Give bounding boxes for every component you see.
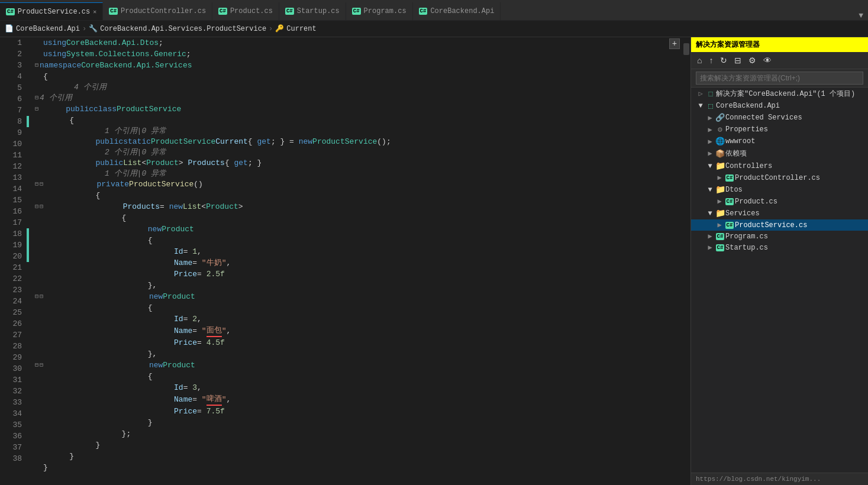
sidebar-item-startup-cs[interactable]: ▶ C# Startup.cs [691, 242, 868, 253]
sidebar-item-controllers[interactable]: ▼ 📁 Controllers [691, 160, 868, 172]
line-number-9: 9 [5, 127, 22, 138]
code-line-33: } [35, 417, 690, 428]
sidebar-item-product-cs[interactable]: ▶ C# Product.cs [691, 196, 868, 207]
tab-bar: C#ProductService.cs✕C#ProductController.… [0, 0, 868, 21]
tab-corebackend[interactable]: C#CoreBackend.Api [413, 2, 501, 20]
code-line-32: Price = 7.5f [35, 406, 690, 417]
sidebar-item-wwwroot[interactable]: ▶ 🌐 wwwroot [691, 135, 868, 147]
breadcrumb-bar: 📄 CoreBackend.Api › 🔧 CoreBackend.Api.Se… [0, 21, 868, 37]
add-line-button[interactable]: + [669, 38, 680, 49]
line-number-20: 20 [5, 251, 22, 262]
sidebar-bottom: https://blog.csdn.net/kingyim... [691, 473, 868, 485]
sidebar-item-solution[interactable]: ▷ ⬚ 解决方案"CoreBackend.Api"(1 个项目) [691, 88, 868, 100]
sidebar-item-properties[interactable]: ▶ ⚙ Properties [691, 124, 868, 135]
sidebar-label-wwwroot: wwwroot [725, 137, 868, 146]
sidebar-item-productservice-cs[interactable]: ▶ C# ProductService.cs [691, 219, 868, 231]
line-number-33: 33 [5, 397, 22, 408]
code-line-36: } [35, 451, 690, 462]
sidebar-item-productcontroller[interactable]: ▶ C# ProductController.cs [691, 172, 868, 183]
line-number-8: 8 [5, 116, 22, 127]
hint-12: 1 个引用|0 异常 [35, 169, 690, 179]
line-number-36: 36 [5, 431, 22, 442]
code-line-29: { [35, 371, 690, 382]
breadcrumb-item-2[interactable]: Current [286, 25, 316, 33]
code-line-19: Name = "牛奶", [35, 257, 690, 269]
editor-scrollbar[interactable] [682, 37, 690, 485]
line-number-35: 35 [5, 419, 22, 431]
line-number-29: 29 [5, 352, 22, 363]
code-line-4: ⊟namespace CoreBackend.Api.Services [35, 60, 690, 71]
breadcrumb-sep-1: › [269, 25, 273, 33]
hint-8: 1 个引用|0 异常 [35, 126, 690, 136]
collapse-28[interactable]: ⊟ [35, 360, 38, 371]
sidebar-item-deps[interactable]: ▶ 📦 依赖项 [691, 147, 868, 160]
line-number-6: 6 [5, 93, 22, 105]
code-line-25: Name = "面包", [35, 325, 690, 337]
sidebar-item-services[interactable]: ▼ 📁 Services [691, 207, 868, 219]
hint-10: 2 个引用|0 异常 [35, 147, 690, 157]
line-number-15: 15 [5, 195, 22, 206]
sidebar-search-input[interactable] [696, 72, 863, 85]
line-number-19: 19 [5, 240, 22, 251]
sidebar-item-program-cs[interactable]: ▶ C# Program.cs [691, 231, 868, 242]
tab-program[interactable]: C#Program.cs [346, 2, 413, 20]
code-content: using CoreBackend.Api.Dtos;using System.… [29, 37, 690, 485]
line-numbers: 1234567891011121314151617181920212223242… [0, 37, 27, 485]
line-number-5: 5 [5, 82, 22, 93]
line-number-24: 24 [5, 296, 22, 307]
editor-area: 1234567891011121314151617181920212223242… [0, 37, 690, 485]
code-line-13: { [35, 190, 690, 201]
sidebar-btn-properties[interactable]: ⚙ [746, 54, 759, 66]
sidebar-btn-refresh[interactable]: ↻ [718, 54, 730, 66]
collapse-22[interactable]: ⊟ [35, 291, 38, 302]
breadcrumb-item-1[interactable]: CoreBackend.Api.Services.ProductService [100, 25, 266, 33]
code-line-5: { [35, 71, 690, 82]
tab-productcontroller[interactable]: C#ProductController.cs [103, 2, 212, 20]
breadcrumb-icon-1: 🔧 [89, 24, 98, 33]
line-number-13: 13 [5, 172, 22, 183]
line-number-17: 17 [5, 217, 22, 228]
line-number-11: 11 [5, 150, 22, 161]
sidebar-btn-preview[interactable]: 👁 [761, 54, 774, 66]
line-number-3: 3 [5, 60, 22, 71]
sidebar-search-box [691, 69, 868, 88]
tab-overflow-button[interactable]: ▼ [854, 11, 868, 20]
line-number-37: 37 [5, 442, 22, 453]
sidebar-item-connected-services[interactable]: ▶ 🔗 Connected Services [691, 112, 868, 124]
sidebar-label-productcontroller: ProductController.cs [735, 174, 868, 182]
tab-close-productservice[interactable]: ✕ [93, 8, 96, 15]
tab-product[interactable]: C#Product.cs [212, 2, 279, 20]
line-number-12: 12 [5, 161, 22, 172]
sidebar-item-corebackend-api[interactable]: ▼ ⬚ CoreBackend.Api [691, 100, 868, 112]
sidebar-btn-up[interactable]: ↑ [706, 54, 715, 66]
collapse-6[interactable]: ⊟ [35, 92, 38, 104]
line-number-1: 1 [5, 37, 22, 48]
code-line-8: public static ProductService Current { g… [35, 136, 690, 147]
tab-startup[interactable]: C#Startup.cs [279, 2, 346, 20]
line-number-22: 22 [5, 273, 22, 284]
code-editor[interactable]: 1234567891011121314151617181920212223242… [0, 37, 690, 485]
sidebar-btn-collapse[interactable]: ⊟ [732, 54, 744, 66]
sidebar-title: 解决方案资源管理器 [696, 40, 760, 50]
sidebar-btn-home[interactable]: ⌂ [695, 54, 704, 66]
sidebar-label-connected-services: Connected Services [725, 114, 868, 122]
sidebar-header: 解决方案资源管理器 [691, 37, 868, 52]
collapse-4[interactable]: ⊟ [35, 60, 38, 71]
code-line-15: { [35, 212, 690, 224]
line-number-32: 32 [5, 386, 22, 397]
breadcrumb-item-0[interactable]: CoreBackend.Api [16, 25, 80, 33]
code-line-14: ⊟⊟ Products = new List<Product> [35, 201, 690, 212]
code-line-23: { [35, 302, 690, 313]
line-number-2: 2 [5, 48, 22, 60]
collapse-14[interactable]: ⊟ [35, 201, 38, 212]
code-line-28: ⊟⊟ new Product [35, 360, 690, 371]
sidebar-item-dtos[interactable]: ▼ 📁 Dtos [691, 183, 868, 196]
line-number-25: 25 [5, 307, 22, 318]
sidebar: 解决方案资源管理器 ⌂ ↑ ↻ ⊟ ⚙ 👁 ▷ ⬚ 解决方案"CoreBacke… [690, 37, 868, 485]
tab-productservice[interactable]: C#ProductService.cs✕ [0, 2, 103, 20]
collapse-12[interactable]: ⊟ [35, 179, 38, 190]
sidebar-label-dtos: Dtos [725, 186, 868, 194]
line-number-26: 26 [5, 318, 22, 329]
breadcrumb-sep-0: › [82, 25, 86, 33]
line-number-7: 7 [5, 105, 22, 116]
